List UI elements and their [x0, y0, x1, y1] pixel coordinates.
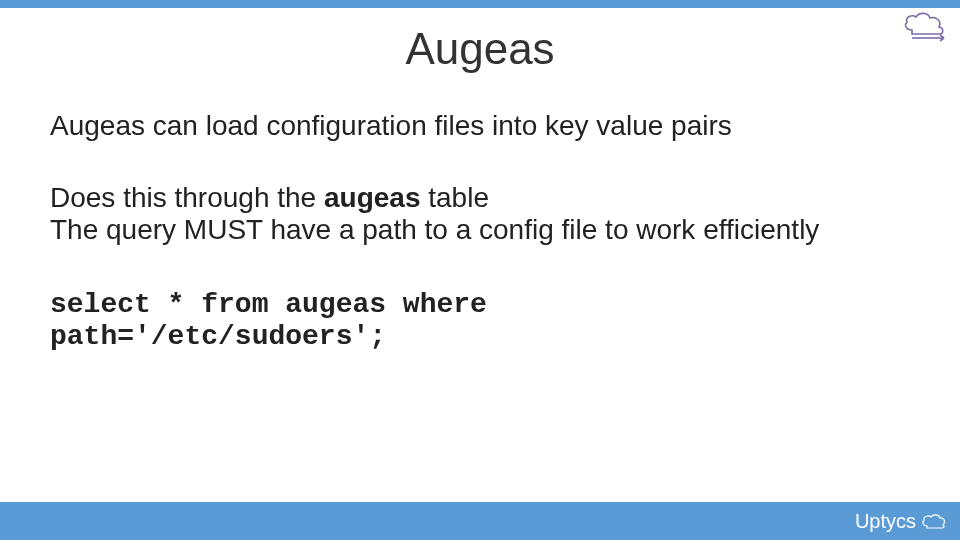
paragraph-1: Augeas can load configuration files into…: [50, 110, 900, 142]
slide: Augeas Augeas can load configuration fil…: [0, 0, 960, 540]
code-line-1: select * from augeas where: [50, 289, 487, 320]
slide-title: Augeas: [0, 24, 960, 74]
code-block: select * from augeas where path='/etc/su…: [50, 289, 900, 353]
top-accent-bar: [0, 0, 960, 8]
bottom-bar: Uptycs: [0, 502, 960, 540]
p2-pre: Does this through the: [50, 182, 324, 213]
p2-post: table: [420, 182, 489, 213]
brand-label: Uptycs: [855, 510, 946, 533]
slide-body: Augeas can load configuration files into…: [50, 110, 900, 353]
p2-line2: The query MUST have a path to a config f…: [50, 214, 819, 245]
code-line-2: path='/etc/sudoers';: [50, 321, 386, 352]
p2-bold: augeas: [324, 182, 421, 213]
paragraph-2: Does this through the augeas table The q…: [50, 182, 900, 246]
brand-text: Uptycs: [855, 510, 916, 533]
cloud-icon: [920, 510, 946, 533]
